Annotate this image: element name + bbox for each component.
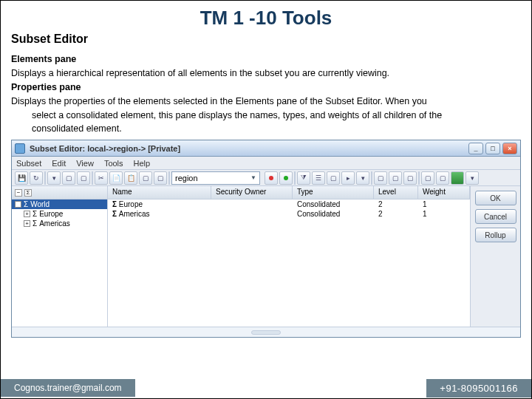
tree-item-world[interactable]: − Σ World <box>12 200 107 209</box>
tool-generic-icon[interactable]: ▢ <box>77 171 90 185</box>
col-type[interactable]: Type <box>293 186 374 199</box>
tool-generic-icon[interactable]: ▢ <box>421 171 434 185</box>
tool-separator <box>418 171 420 185</box>
dimension-dropdown[interactable]: region ▼ <box>171 171 260 185</box>
tree-label: Americas <box>39 219 70 228</box>
collapse-icon[interactable]: − <box>15 189 22 197</box>
app-icon <box>15 143 25 154</box>
slide-subtitle: Subset Editor <box>1 31 531 53</box>
heading-properties-pane: Properties pane <box>11 81 521 94</box>
tree-item-americas[interactable]: + Σ Americas <box>12 219 107 228</box>
tree-label: World <box>30 200 50 208</box>
tool-separator <box>92 171 93 185</box>
tool-collapse-icon[interactable]: ▸ <box>341 171 355 185</box>
maximize-button[interactable]: □ <box>485 143 500 154</box>
expander-icon[interactable]: − <box>15 201 21 208</box>
col-name[interactable]: Name <box>108 186 211 199</box>
tool-generic-icon[interactable]: ▾ <box>466 171 479 185</box>
rollup-button[interactable]: Rollup <box>475 228 516 242</box>
cell-name: Europe <box>119 200 143 208</box>
properties-pane: Name Security Owner Type Level Weight Σ … <box>108 186 470 327</box>
cell-level: 2 <box>374 200 418 208</box>
elements-pane: − Σ − Σ World + Σ Europe + Σ Americas <box>12 186 108 327</box>
sigma-icon: Σ <box>112 200 117 208</box>
col-security[interactable]: Security Owner <box>211 186 293 199</box>
tool-separator <box>44 171 46 185</box>
minimize-button[interactable]: _ <box>468 143 483 154</box>
tool-generic-icon[interactable]: ▢ <box>389 171 402 185</box>
chevron-down-icon: ▼ <box>250 174 256 181</box>
tool-save-icon[interactable]: 💾 <box>15 171 28 185</box>
menu-tools[interactable]: Tools <box>104 159 123 168</box>
splitter-handle-icon[interactable] <box>251 330 281 335</box>
expander-icon[interactable]: + <box>24 220 30 227</box>
tool-expand-icon[interactable]: ▾ <box>356 171 369 185</box>
tool-copy-icon[interactable]: 📄 <box>109 171 123 185</box>
col-weight[interactable]: Weight <box>418 186 470 199</box>
close-button[interactable]: × <box>502 143 517 154</box>
tool-separator <box>168 171 170 185</box>
status-bar <box>12 327 520 337</box>
table-row[interactable]: Σ Europe Consolidated 2 1 <box>108 200 470 209</box>
window-title: Subset Editor: local->region-> [Private] <box>30 144 468 153</box>
heading-elements-pane: Elements pane <box>11 53 521 66</box>
ok-button[interactable]: OK <box>475 191 516 205</box>
menu-subset[interactable]: Subset <box>16 159 41 168</box>
tool-filter-icon[interactable]: ⧩ <box>297 171 310 185</box>
menu-view[interactable]: View <box>76 159 94 168</box>
expander-icon[interactable]: + <box>24 211 30 217</box>
tool-flag-icon[interactable] <box>451 171 464 185</box>
tool-generic-icon[interactable]: ▢ <box>403 171 417 185</box>
slide-title: TM 1 -10 Tools <box>1 1 531 31</box>
tool-cancel-icon[interactable] <box>265 171 278 185</box>
tool-ok-icon[interactable] <box>279 171 293 185</box>
para-elements-pane: Displays a hierarchical representation o… <box>11 67 521 80</box>
footer-phone: +91-8095001166 <box>426 379 531 398</box>
para-properties-3: consolidated element. <box>32 123 521 135</box>
tool-generic-icon[interactable]: ▢ <box>154 171 167 185</box>
menu-bar: Subset Edit View Tools Help <box>12 157 520 170</box>
cancel-button[interactable]: Cancel <box>475 209 516 224</box>
properties-header: Name Security Owner Type Level Weight <box>108 186 470 200</box>
tool-separator <box>371 171 372 185</box>
cell-weight: 1 <box>418 200 470 208</box>
cell-level: 2 <box>374 210 418 218</box>
menu-edit[interactable]: Edit <box>52 159 66 168</box>
sigma-icon: Σ <box>112 210 117 218</box>
tool-generic-icon[interactable]: ▢ <box>62 171 75 185</box>
para-properties-1: Displays the properties of the elements … <box>11 95 521 108</box>
tool-generic-icon[interactable]: ▢ <box>139 171 152 185</box>
tool-separator <box>294 171 296 185</box>
tool-generic-icon[interactable]: ▢ <box>436 171 449 185</box>
body-text: Elements pane Displays a hierarchical re… <box>1 53 531 135</box>
tree-label: Europe <box>39 210 63 218</box>
toolbar: 💾 ↻ ▾ ▢ ▢ ✂ 📄 📋 ▢ ▢ region ▼ ⧩ ☰ ▢ ▸ ▾ <box>12 170 520 186</box>
tool-generic-icon[interactable]: ▢ <box>327 171 340 185</box>
dropdown-value: region <box>175 174 198 183</box>
slide-footer: Cognos.trainer@gmail.com +91-8095001166 <box>1 378 531 398</box>
tree-header: − Σ <box>12 186 107 200</box>
tool-cut-icon[interactable]: ✂ <box>95 171 108 185</box>
tool-tree-icon[interactable]: ☰ <box>312 171 325 185</box>
tree-item-europe[interactable]: + Σ Europe <box>12 209 107 219</box>
tool-sort-down-icon[interactable]: ▾ <box>47 171 61 185</box>
cell-name: Americas <box>119 210 150 218</box>
tool-generic-icon[interactable]: ▢ <box>374 171 387 185</box>
side-button-pane: OK Cancel Rollup <box>470 186 520 327</box>
para-properties-2: select a consolidated element, this pane… <box>32 109 521 122</box>
col-level[interactable]: Level <box>374 186 418 199</box>
menu-help[interactable]: Help <box>134 159 151 168</box>
sigma-icon: Σ <box>24 189 32 197</box>
subset-editor-window: Subset Editor: local->region-> [Private]… <box>11 140 521 338</box>
tool-paste-icon[interactable]: 📋 <box>124 171 137 185</box>
cell-weight: 1 <box>418 210 470 218</box>
tool-reload-icon[interactable]: ↻ <box>30 171 43 185</box>
table-row[interactable]: Σ Americas Consolidated 2 1 <box>108 209 470 219</box>
footer-email: Cognos.trainer@gmail.com <box>1 379 135 397</box>
cell-type: Consolidated <box>293 210 374 218</box>
cell-type: Consolidated <box>293 200 374 208</box>
window-titlebar[interactable]: Subset Editor: local->region-> [Private]… <box>12 140 520 157</box>
